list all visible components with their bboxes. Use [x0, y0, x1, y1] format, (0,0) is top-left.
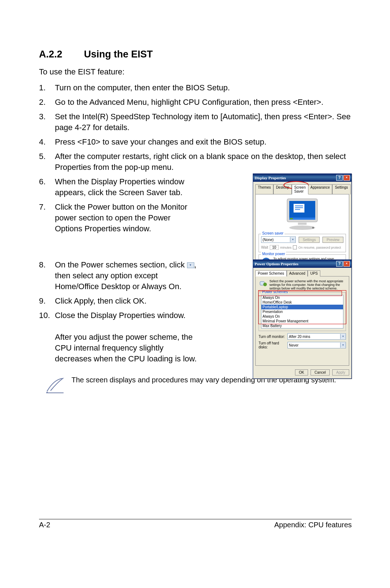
turnoff-monitor-select[interactable]: After 20 mins ▾ [287, 333, 346, 340]
cancel-button[interactable]: Cancel [311, 369, 330, 375]
turnoff-hd-select[interactable]: Never ▾ [287, 342, 346, 348]
power-options-dialog: Power Options Properties ? × Power Schem… [253, 259, 352, 379]
monitor-preview-icon [281, 197, 324, 232]
group-label: Screen saver [261, 231, 285, 235]
preview-button[interactable]: Preview [322, 237, 343, 243]
step-text: When the Display Properties window appea… [55, 177, 184, 197]
close-button[interactable]: × [343, 261, 350, 267]
row-label: Turn off monitor: [259, 335, 287, 339]
step-text: Turn on the computer, then enter the BIO… [55, 83, 230, 92]
step-num: 9. [39, 296, 53, 306]
step-num: 10. [39, 310, 53, 321]
turnoff-monitor-row: Turn off monitor: After 20 mins ▾ [259, 333, 346, 340]
dialog-buttons: OK Cancel Apply [253, 368, 351, 378]
step-text: Click Apply, then click OK. [55, 296, 147, 305]
section-title: Using the EIST [84, 49, 153, 60]
step-num: 8. [39, 259, 53, 270]
step-num: 5. [39, 151, 53, 162]
step-text: Press <F10> to save your changes and exi… [55, 137, 266, 146]
help-button[interactable]: ? [336, 261, 343, 267]
step-text: Close the Display Properties window. Aft… [55, 311, 197, 363]
footer-rule [39, 519, 352, 519]
close-button[interactable]: × [343, 175, 350, 181]
dialog-titlebar: Power Options Properties ? × [253, 260, 351, 268]
svg-rect-3 [295, 205, 303, 206]
ok-button[interactable]: OK [295, 369, 308, 375]
power-scheme-icon [259, 279, 267, 288]
chevron-down-icon: ▾ [290, 237, 295, 242]
section-number: A.2.2 [39, 49, 82, 60]
note-feather-icon [39, 375, 72, 395]
resume-label: On resume, password protect [298, 246, 341, 249]
wait-label: Wait [261, 245, 268, 249]
dropdown-arrow-icon: ▾ [187, 262, 194, 268]
step-text: Go to the Advanced Menu, highlight CPU C… [55, 98, 324, 107]
svg-point-9 [289, 226, 315, 230]
dialog-title: Display Properties [255, 176, 335, 180]
tab-strip: Power Schemes Advanced UPS [253, 268, 351, 276]
step-num: 3. [39, 111, 53, 122]
wait-value[interactable]: 10 [270, 245, 279, 250]
tab-screen-saver[interactable]: Screen Saver [292, 184, 308, 194]
chevron-down-icon: ▾ [340, 343, 346, 348]
step-num: 4. [39, 137, 53, 147]
dialog-title: Power Options Properties [255, 262, 335, 266]
tab-themes[interactable]: Themes [255, 184, 273, 194]
step-list: 1.Turn on the computer, then enter the B… [39, 82, 352, 173]
resume-checkbox[interactable] [293, 245, 297, 249]
tab-ups[interactable]: UPS [308, 270, 320, 276]
step-text: Click the Power button on the Monitor po… [55, 202, 187, 233]
step-text: Set the Intel(R) SpeedStep Technology it… [55, 112, 351, 132]
step-num: 6. [39, 176, 53, 187]
tab-appearance[interactable]: Appearance [308, 184, 333, 194]
power-scheme-description: Select the power scheme with the most ap… [269, 279, 346, 290]
group-label: Monitor power [261, 252, 286, 256]
section-heading: A.2.2 Using the EIST [39, 49, 352, 60]
svg-point-13 [263, 283, 267, 286]
svg-point-10 [312, 227, 314, 229]
turnoff-hd-row: Turn off hard disks: Never ▾ [259, 341, 346, 349]
tab-settings[interactable]: Settings [332, 184, 350, 194]
selected-value: (None) [261, 238, 290, 242]
step-text: On the Power schemes section, click ▾, t… [55, 260, 196, 291]
screensaver-select[interactable]: (None) ▾ [261, 236, 296, 243]
svg-rect-6 [289, 218, 315, 220]
intro-text: To use the EIST feature: [39, 66, 352, 77]
chevron-down-icon: ▾ [340, 334, 346, 339]
page-footer: A-2 Appendix: CPU features [39, 521, 352, 532]
row-label: Turn off hard disks: [259, 341, 287, 349]
svg-rect-8 [298, 223, 307, 225]
svg-rect-4 [295, 207, 303, 208]
wait-unit: minutes [280, 246, 292, 249]
page-number: A-2 [39, 521, 50, 529]
highlight-rect [258, 291, 342, 296]
screensaver-group: Screen saver (None) ▾ Settings Preview W… [259, 234, 346, 252]
tab-advanced[interactable]: Advanced [287, 270, 308, 276]
step-num: 1. [39, 82, 53, 93]
help-button[interactable]: ? [336, 175, 343, 181]
document-page: A.2.2 Using the EIST To use the EIST fea… [39, 49, 352, 395]
svg-rect-7 [290, 218, 293, 219]
apply-button[interactable]: Apply [332, 369, 349, 375]
tab-power-schemes[interactable]: Power Schemes [255, 270, 287, 276]
chapter-label: Appendix: CPU features [274, 521, 352, 529]
step-num: 7. [39, 202, 53, 213]
step-num: 2. [39, 97, 53, 108]
settings-button[interactable]: Settings [299, 237, 320, 243]
svg-rect-5 [295, 209, 300, 210]
figure-power-options: Power Options Properties ? × Power Schem… [253, 259, 352, 379]
step-text: After the computer restarts, right click… [55, 152, 346, 172]
dialog-titlebar: Display Properties ? × [253, 174, 351, 182]
